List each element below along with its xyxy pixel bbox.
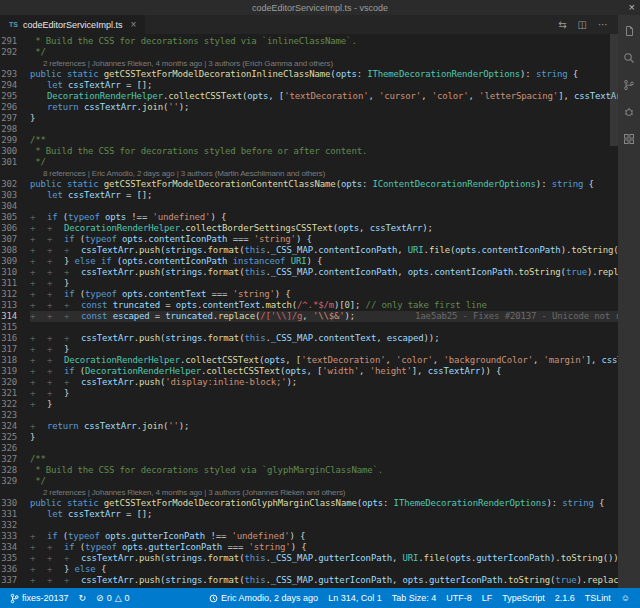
code-line[interactable]: 293public static getCSSTextForModelDecor… [0,69,618,80]
line-number[interactable]: 304 [0,201,30,212]
activity-bar-item-debug[interactable] [622,105,636,119]
code-line[interactable]: 292 */ [0,47,618,58]
code-line[interactable]: 310+++cssTextArr.push(strings.format(thi… [0,267,618,278]
code-line[interactable]: 299/** [0,135,618,146]
code-line[interactable]: 327/** [0,454,618,465]
code-editor[interactable]: 291 * Build the CSS for decorations styl… [0,34,618,588]
more-actions-icon[interactable]: ⋯ [598,20,608,30]
line-number[interactable]: 321 [0,388,30,399]
code-line[interactable]: 295DecorationRenderHelper.collectCSSText… [0,91,618,102]
code-line[interactable]: 335+++cssTextArr.push(strings.format(thi… [0,553,618,564]
line-number[interactable]: 325 [0,432,30,443]
line-number[interactable]: 329 [0,476,30,487]
line-number[interactable]: 315 [0,322,30,333]
activity-bar-item-extensions[interactable] [622,132,636,146]
code-line[interactable]: 307++if (typeof opts.contentIconPath ===… [0,234,618,245]
line-number[interactable]: 303 [0,190,30,201]
status-item-sync[interactable]: ↻ [74,588,92,608]
line-number[interactable]: 326 [0,443,30,454]
code-line[interactable]: 301 */ [0,157,618,168]
code-line[interactable]: 308+++cssTextArr.push(strings.format(thi… [0,245,618,256]
code-line[interactable]: 300 * Build the CSS for decorations styl… [0,146,618,157]
line-number[interactable]: 323 [0,410,30,421]
code-line[interactable]: 329 */ [0,476,618,487]
code-line[interactable]: 336++} else { [0,564,618,575]
line-number[interactable]: 294 [0,80,30,91]
status-item-encoding[interactable]: UTF-8 [441,588,477,608]
line-number[interactable]: 306 [0,223,30,234]
line-number[interactable]: 299 [0,135,30,146]
code-line[interactable]: 314+++const escaped = truncated.replace(… [0,311,618,322]
line-number[interactable]: 310 [0,267,30,278]
line-number[interactable]: 336 [0,564,30,575]
code-line[interactable]: 302public static getCSSTextForModelDecor… [0,179,618,190]
activity-bar-item-search[interactable] [622,51,636,65]
status-item-language-mode[interactable]: TypeScript [497,588,550,608]
tab-close-icon[interactable]: × [131,19,137,30]
line-number[interactable]: 333 [0,531,30,542]
code-line[interactable]: 306++DecorationRenderHelper.collectBorde… [0,223,618,234]
code-line[interactable]: 298 [0,124,618,135]
activity-bar-item-explorer[interactable] [622,24,636,38]
status-item-tab-size[interactable]: Tab Size: 4 [387,588,442,608]
line-number[interactable]: 296 [0,102,30,113]
codelens-row[interactable]: 2 references | Johannes Rieken, 4 months… [0,487,618,498]
line-number[interactable]: 318 [0,355,30,366]
status-item-tslint[interactable]: TSLint [580,588,616,608]
tab-codeEditorServiceImpl[interactable]: TS codeEditorServiceImpl.ts × [0,15,146,34]
code-line[interactable]: 328 * Build the CSS for decorations styl… [0,465,618,476]
code-line[interactable]: 325} [0,432,618,443]
line-number[interactable]: 328 [0,465,30,476]
code-line[interactable]: 323 [0,410,618,421]
status-item-ts-version[interactable]: 2.1.6 [550,588,580,608]
code-line[interactable]: 303let cssTextArr = []; [0,190,618,201]
line-number[interactable]: 322 [0,399,30,410]
code-line[interactable]: 304 [0,201,618,212]
activity-bar-item-source-control[interactable] [622,78,636,92]
line-number[interactable]: 334 [0,542,30,553]
line-number[interactable]: 297 [0,113,30,124]
code-line[interactable]: 315 [0,322,618,333]
line-number[interactable]: 319 [0,366,30,377]
scrollbar-thumb[interactable] [610,34,618,146]
code-line[interactable]: 330public static getCSSTextForModelDecor… [0,498,618,509]
code-line[interactable]: 321++} [0,388,618,399]
code-line[interactable]: 311++} [0,278,618,289]
code-line[interactable]: 296return cssTextArr.join(''); [0,102,618,113]
code-line[interactable]: 318++DecorationRenderHelper.collectCSSTe… [0,355,618,366]
line-number[interactable]: 293 [0,69,30,80]
code-line[interactable]: 317++} [0,344,618,355]
line-number[interactable]: 320 [0,377,30,388]
code-line[interactable]: 334++if (typeof opts.gutterIconPath === … [0,542,618,553]
line-number[interactable]: 292 [0,47,30,58]
code-line[interactable]: 313+++const truncated = opts.contentText… [0,300,618,311]
line-number[interactable]: 309 [0,256,30,267]
line-number[interactable]: 305 [0,212,30,223]
line-number[interactable]: 314 [0,311,30,322]
code-line[interactable]: 294let cssTextArr = []; [0,80,618,91]
window-close-icon[interactable]: × [629,0,635,15]
code-line[interactable]: 319++if (DecorationRenderHelper.collectC… [0,366,618,377]
line-number[interactable]: 300 [0,146,30,157]
code-line[interactable]: 324+return cssTextArr.join(''); [0,421,618,432]
line-number[interactable]: 324 [0,421,30,432]
line-number[interactable]: 317 [0,344,30,355]
status-item-cursor-position[interactable]: Ln 314, Col 1 [323,588,387,608]
line-number[interactable]: 327 [0,454,30,465]
code-line[interactable]: 332 [0,520,618,531]
line-number[interactable]: 291 [0,36,30,47]
codelens-row[interactable]: 8 references | Eric Amodio, 2 days ago |… [0,168,618,179]
code-line[interactable]: 337+++cssTextArr.push(strings.format(thi… [0,575,618,586]
status-item-feedback[interactable]: ☺ [616,588,635,608]
code-line[interactable]: 320+++cssTextArr.push('display:inline-bl… [0,377,618,388]
line-number[interactable]: 302 [0,179,30,190]
line-number[interactable]: 295 [0,91,30,102]
code-line[interactable]: 331let cssTextArr = []; [0,509,618,520]
line-number[interactable]: 332 [0,520,30,531]
status-item-eol[interactable]: LF [477,588,498,608]
line-number[interactable]: 335 [0,553,30,564]
code-line[interactable]: 305+if (typeof opts !== 'undefined') { [0,212,618,223]
line-number[interactable]: 308 [0,245,30,256]
line-number[interactable]: 337 [0,575,30,586]
line-number[interactable]: 298 [0,124,30,135]
